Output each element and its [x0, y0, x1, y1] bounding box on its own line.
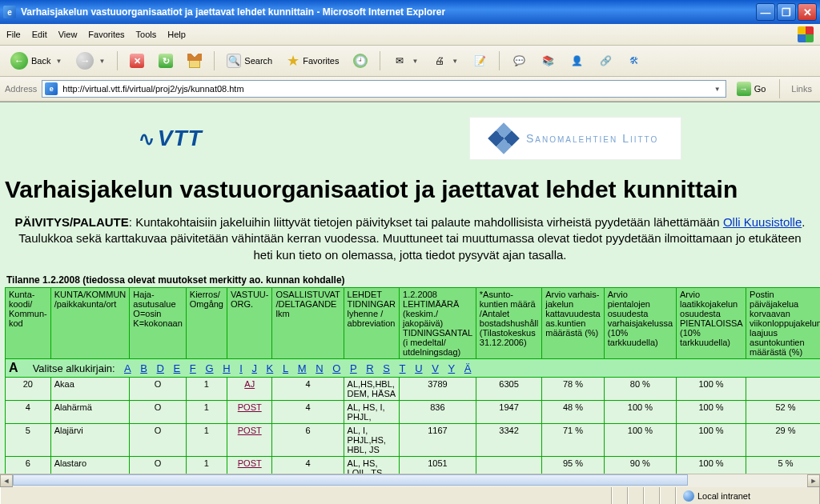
cell-as: 3342	[476, 423, 541, 456]
cell-kunta: Alajärvi	[50, 423, 130, 456]
org-link[interactable]: POST	[238, 458, 262, 468]
url-input[interactable]	[61, 83, 711, 94]
edit-button[interactable]: 📝	[467, 50, 492, 71]
cell-lkm: 6	[272, 423, 344, 456]
alpha-link-B[interactable]: B	[137, 362, 151, 374]
menu-file[interactable]: File	[6, 30, 21, 39]
alpha-link-F[interactable]: F	[187, 362, 199, 374]
cell-code: 6	[6, 456, 51, 474]
alpha-row: A Valitse alkukirjain: A B D E F G H I J…	[6, 358, 821, 377]
links-label[interactable]: Links	[788, 84, 815, 94]
history-icon: 🕘	[353, 54, 368, 68]
close-button[interactable]: ✕	[798, 3, 817, 21]
cell-lkm: 4	[272, 377, 344, 400]
tool-icon: 🛠	[627, 54, 641, 68]
minimize-button[interactable]: —	[756, 3, 775, 21]
extra-button-1[interactable]: 🔗	[593, 50, 618, 71]
menu-edit[interactable]: Edit	[32, 30, 47, 39]
alpha-link-L[interactable]: L	[279, 362, 291, 374]
alpha-link-K[interactable]: K	[263, 362, 277, 374]
separator	[214, 51, 215, 70]
separator	[499, 51, 500, 70]
maximize-button[interactable]: ❐	[777, 3, 796, 21]
menu-help[interactable]: Help	[167, 30, 186, 39]
alpha-link-Ä[interactable]: Ä	[461, 362, 475, 374]
alpha-link-H[interactable]: H	[219, 362, 233, 374]
org-link[interactable]: POST	[238, 426, 262, 435]
menu-view[interactable]: View	[58, 30, 78, 39]
scroll-right-button[interactable]: ►	[807, 474, 820, 487]
alpha-link-S[interactable]: S	[380, 362, 393, 374]
alpha-link-V[interactable]: V	[428, 362, 442, 374]
alpha-link-G[interactable]: G	[202, 362, 216, 374]
cell-code: 20	[6, 377, 51, 400]
alpha-link-N[interactable]: N	[312, 362, 326, 374]
menu-favorites[interactable]: Favorites	[88, 30, 124, 39]
cell-org: POST	[227, 456, 271, 474]
alpha-link-J[interactable]: J	[248, 362, 260, 374]
go-button[interactable]: → Go	[731, 79, 772, 98]
header-row: Kunta- koodi/ Kommun- kod KUNTA/KOMMUN /…	[6, 287, 821, 358]
alpha-link-M[interactable]: M	[295, 362, 310, 374]
content-area[interactable]: ∿VTT Sanomalehtien Liitto Varhaisjakelun…	[0, 102, 820, 474]
timestamp-note: Tilanne 1.2.2008 (tiedossa olevat muutok…	[6, 274, 815, 286]
cell-posti: 29 %	[746, 423, 820, 456]
chevron-down-icon[interactable]: ▼	[712, 86, 723, 93]
alpha-link-Y[interactable]: Y	[444, 362, 458, 374]
col-posti: Postin päiväjakelua korvaavan viikonlopp…	[746, 287, 820, 358]
history-button[interactable]: 🕘	[348, 50, 373, 71]
table-row: 4AlahärmäO1POST4AL, HS, I, PHJL,83619474…	[6, 400, 821, 423]
cell-kat: 78 %	[542, 377, 605, 400]
cell-maara: 3789	[400, 377, 476, 400]
print-button[interactable]: 🖨▼	[427, 50, 464, 71]
scroll-left-button[interactable]: ◄	[0, 474, 13, 487]
home-button[interactable]	[182, 50, 207, 71]
stop-button[interactable]: ✕	[124, 50, 150, 71]
cell-lehdet: AL, I, PHJL,HS, HBL, JS	[344, 423, 400, 456]
mail-button[interactable]: ✉▼	[387, 50, 424, 71]
back-button[interactable]: ← Back ▼	[5, 49, 67, 73]
research-button[interactable]: 📚	[535, 50, 561, 71]
cell-haja: O	[130, 456, 186, 474]
scroll-track[interactable]	[13, 474, 807, 487]
scroll-thumb[interactable]	[13, 474, 688, 486]
org-link[interactable]: POST	[238, 402, 262, 412]
alpha-link-O[interactable]: O	[329, 362, 344, 374]
address-box[interactable]: e ▼	[42, 80, 726, 98]
discuss-button[interactable]: 💬	[506, 50, 532, 71]
alpha-link-U[interactable]: U	[412, 362, 425, 374]
chevron-down-icon[interactable]: ▼	[98, 58, 105, 65]
cell-pien: 90 %	[604, 456, 676, 474]
alpha-link-I[interactable]: I	[236, 362, 246, 374]
refresh-button[interactable]: ↻	[153, 50, 179, 71]
extra-button-2[interactable]: 🛠	[621, 50, 647, 71]
status-pane-1	[612, 487, 628, 504]
favorites-button[interactable]: ★ Favorites	[281, 49, 344, 73]
org-link[interactable]: AJ	[244, 379, 255, 389]
alpha-link-T[interactable]: T	[396, 362, 409, 374]
cell-posti: 5 %	[746, 456, 820, 474]
menu-tools[interactable]: Tools	[136, 30, 157, 39]
cell-haja: O	[130, 400, 186, 423]
alpha-link-D[interactable]: D	[154, 362, 167, 374]
alpha-link-R[interactable]: R	[363, 362, 376, 374]
chevron-down-icon[interactable]: ▼	[55, 58, 62, 65]
cell-pien: 100 %	[604, 400, 676, 423]
alpha-link-P[interactable]: P	[347, 362, 360, 374]
horizontal-scrollbar[interactable]: ◄ ►	[0, 474, 820, 486]
cell-lkm: 4	[272, 400, 344, 423]
forward-button[interactable]: → ▼	[70, 49, 111, 73]
cell-laat: 100 %	[677, 423, 746, 456]
col-osallistuvat: OSALLISTUVAT /DELTAGANDE lkm	[272, 287, 344, 358]
window-title: Varhaisjakelun vastuuorganisaatiot ja ja…	[21, 6, 445, 18]
sanomalehtien-liitto-logo: Sanomalehtien Liitto	[469, 117, 681, 160]
messenger-button[interactable]: 👤	[564, 50, 589, 71]
alpha-link-A[interactable]: A	[121, 362, 135, 374]
cell-kierros: 1	[186, 400, 227, 423]
cell-code: 5	[6, 423, 51, 456]
search-button[interactable]: 🔍 Search	[221, 50, 278, 71]
search-icon: 🔍	[227, 54, 241, 68]
contact-link[interactable]: Olli Kuusistolle	[723, 215, 802, 229]
alpha-link-E[interactable]: E	[171, 362, 184, 374]
col-haja: Haja-asutusalue O=osin K=kokonaan	[130, 287, 186, 358]
